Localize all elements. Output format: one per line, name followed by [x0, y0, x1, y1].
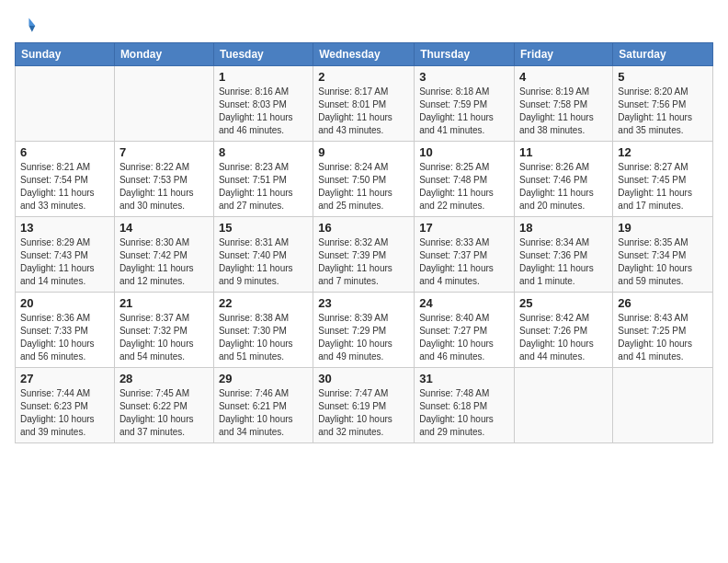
calendar-cell: 28Sunrise: 7:45 AM Sunset: 6:22 PM Dayli…	[114, 368, 213, 443]
day-number: 1	[219, 70, 308, 84]
calendar-cell	[613, 368, 713, 443]
cell-content: Sunrise: 8:38 AM Sunset: 7:30 PM Dayligh…	[219, 312, 308, 363]
header-row: SundayMondayTuesdayWednesdayThursdayFrid…	[16, 43, 713, 66]
calendar-cell: 6Sunrise: 8:21 AM Sunset: 7:54 PM Daylig…	[16, 142, 115, 217]
cell-content: Sunrise: 8:30 AM Sunset: 7:42 PM Dayligh…	[119, 236, 209, 288]
cell-content: Sunrise: 8:39 AM Sunset: 7:29 PM Dayligh…	[318, 312, 409, 363]
header-cell-friday: Friday	[515, 43, 613, 66]
page-header	[15, 15, 713, 37]
cell-content: Sunrise: 8:23 AM Sunset: 7:51 PM Dayligh…	[219, 161, 308, 213]
calendar-cell: 24Sunrise: 8:40 AM Sunset: 7:27 PM Dayli…	[415, 293, 515, 368]
day-number: 31	[419, 372, 509, 385]
day-number: 8	[219, 145, 308, 159]
calendar-cell: 29Sunrise: 7:46 AM Sunset: 6:21 PM Dayli…	[213, 368, 313, 443]
cell-content: Sunrise: 8:42 AM Sunset: 7:26 PM Dayligh…	[519, 312, 608, 363]
day-number: 13	[20, 221, 109, 235]
cell-content: Sunrise: 8:34 AM Sunset: 7:36 PM Dayligh…	[519, 236, 608, 288]
day-number: 5	[618, 70, 708, 84]
day-number: 12	[618, 145, 708, 159]
calendar-cell: 3Sunrise: 8:18 AM Sunset: 7:59 PM Daylig…	[415, 66, 515, 142]
day-number: 23	[318, 296, 409, 310]
calendar-cell: 15Sunrise: 8:31 AM Sunset: 7:40 PM Dayli…	[213, 217, 313, 293]
calendar-cell	[515, 368, 613, 443]
cell-content: Sunrise: 8:19 AM Sunset: 7:58 PM Dayligh…	[519, 86, 608, 137]
day-number: 6	[20, 145, 109, 159]
cell-content: Sunrise: 8:18 AM Sunset: 7:59 PM Dayligh…	[419, 86, 509, 137]
day-number: 3	[419, 70, 509, 84]
cell-content: Sunrise: 7:45 AM Sunset: 6:22 PM Dayligh…	[119, 387, 209, 439]
cell-content: Sunrise: 7:46 AM Sunset: 6:21 PM Dayligh…	[219, 387, 308, 439]
cell-content: Sunrise: 8:33 AM Sunset: 7:37 PM Dayligh…	[419, 236, 509, 288]
cell-content: Sunrise: 8:20 AM Sunset: 7:56 PM Dayligh…	[618, 86, 708, 137]
header-cell-thursday: Thursday	[415, 43, 515, 66]
calendar-cell: 13Sunrise: 8:29 AM Sunset: 7:43 PM Dayli…	[16, 217, 115, 293]
cell-content: Sunrise: 7:44 AM Sunset: 6:23 PM Dayligh…	[20, 387, 109, 439]
calendar-cell: 23Sunrise: 8:39 AM Sunset: 7:29 PM Dayli…	[313, 293, 415, 368]
logo-icon	[15, 15, 37, 37]
calendar-cell: 10Sunrise: 8:25 AM Sunset: 7:48 PM Dayli…	[415, 142, 515, 217]
day-number: 30	[318, 372, 409, 385]
day-number: 4	[519, 70, 608, 84]
cell-content: Sunrise: 8:17 AM Sunset: 8:01 PM Dayligh…	[318, 86, 409, 137]
logo	[15, 15, 40, 37]
day-number: 15	[219, 221, 308, 235]
cell-content: Sunrise: 8:43 AM Sunset: 7:25 PM Dayligh…	[618, 312, 708, 363]
cell-content: Sunrise: 8:25 AM Sunset: 7:48 PM Dayligh…	[419, 161, 509, 213]
day-number: 21	[119, 296, 209, 310]
day-number: 18	[519, 221, 608, 235]
calendar-cell: 31Sunrise: 7:48 AM Sunset: 6:18 PM Dayli…	[415, 368, 515, 443]
cell-content: Sunrise: 8:21 AM Sunset: 7:54 PM Dayligh…	[20, 161, 109, 213]
calendar-cell: 11Sunrise: 8:26 AM Sunset: 7:46 PM Dayli…	[515, 142, 613, 217]
svg-marker-0	[28, 17, 35, 26]
day-number: 27	[20, 372, 109, 385]
cell-content: Sunrise: 8:32 AM Sunset: 7:39 PM Dayligh…	[318, 236, 409, 288]
calendar-cell: 20Sunrise: 8:36 AM Sunset: 7:33 PM Dayli…	[16, 293, 115, 368]
header-cell-monday: Monday	[114, 43, 213, 66]
day-number: 14	[119, 221, 209, 235]
calendar-cell: 8Sunrise: 8:23 AM Sunset: 7:51 PM Daylig…	[213, 142, 313, 217]
calendar-cell: 16Sunrise: 8:32 AM Sunset: 7:39 PM Dayli…	[313, 217, 415, 293]
cell-content: Sunrise: 8:35 AM Sunset: 7:34 PM Dayligh…	[618, 236, 708, 288]
calendar-cell: 18Sunrise: 8:34 AM Sunset: 7:36 PM Dayli…	[515, 217, 613, 293]
day-number: 16	[318, 221, 409, 235]
day-number: 19	[618, 221, 708, 235]
header-cell-wednesday: Wednesday	[313, 43, 415, 66]
cell-content: Sunrise: 8:16 AM Sunset: 8:03 PM Dayligh…	[219, 86, 308, 137]
cell-content: Sunrise: 8:27 AM Sunset: 7:45 PM Dayligh…	[618, 161, 708, 213]
day-number: 29	[219, 372, 308, 385]
calendar-cell	[114, 66, 213, 142]
calendar-week-5: 27Sunrise: 7:44 AM Sunset: 6:23 PM Dayli…	[16, 368, 713, 443]
calendar-cell: 17Sunrise: 8:33 AM Sunset: 7:37 PM Dayli…	[415, 217, 515, 293]
day-number: 17	[419, 221, 509, 235]
calendar-week-4: 20Sunrise: 8:36 AM Sunset: 7:33 PM Dayli…	[16, 293, 713, 368]
calendar-cell: 4Sunrise: 8:19 AM Sunset: 7:58 PM Daylig…	[515, 66, 613, 142]
calendar-cell: 5Sunrise: 8:20 AM Sunset: 7:56 PM Daylig…	[613, 66, 713, 142]
header-cell-sunday: Sunday	[16, 43, 115, 66]
cell-content: Sunrise: 8:22 AM Sunset: 7:53 PM Dayligh…	[119, 161, 209, 213]
cell-content: Sunrise: 8:36 AM Sunset: 7:33 PM Dayligh…	[20, 312, 109, 363]
cell-content: Sunrise: 7:48 AM Sunset: 6:18 PM Dayligh…	[419, 387, 509, 439]
calendar-cell: 14Sunrise: 8:30 AM Sunset: 7:42 PM Dayli…	[114, 217, 213, 293]
day-number: 25	[519, 296, 608, 310]
day-number: 11	[519, 145, 608, 159]
day-number: 26	[618, 296, 708, 310]
calendar-cell: 9Sunrise: 8:24 AM Sunset: 7:50 PM Daylig…	[313, 142, 415, 217]
calendar-table: SundayMondayTuesdayWednesdayThursdayFrid…	[15, 42, 713, 443]
calendar-cell: 22Sunrise: 8:38 AM Sunset: 7:30 PM Dayli…	[213, 293, 313, 368]
calendar-cell: 2Sunrise: 8:17 AM Sunset: 8:01 PM Daylig…	[313, 66, 415, 142]
calendar-cell	[16, 66, 115, 142]
cell-content: Sunrise: 8:31 AM Sunset: 7:40 PM Dayligh…	[219, 236, 308, 288]
day-number: 22	[219, 296, 308, 310]
day-number: 2	[318, 70, 409, 84]
calendar-cell: 12Sunrise: 8:27 AM Sunset: 7:45 PM Dayli…	[613, 142, 713, 217]
calendar-week-1: 1Sunrise: 8:16 AM Sunset: 8:03 PM Daylig…	[16, 66, 713, 142]
cell-content: Sunrise: 8:26 AM Sunset: 7:46 PM Dayligh…	[519, 161, 608, 213]
cell-content: Sunrise: 8:37 AM Sunset: 7:32 PM Dayligh…	[119, 312, 209, 363]
cell-content: Sunrise: 8:29 AM Sunset: 7:43 PM Dayligh…	[20, 236, 109, 288]
calendar-cell: 21Sunrise: 8:37 AM Sunset: 7:32 PM Dayli…	[114, 293, 213, 368]
day-number: 10	[419, 145, 509, 159]
day-number: 9	[318, 145, 409, 159]
cell-content: Sunrise: 8:40 AM Sunset: 7:27 PM Dayligh…	[419, 312, 509, 363]
calendar-cell: 7Sunrise: 8:22 AM Sunset: 7:53 PM Daylig…	[114, 142, 213, 217]
calendar-cell: 19Sunrise: 8:35 AM Sunset: 7:34 PM Dayli…	[613, 217, 713, 293]
